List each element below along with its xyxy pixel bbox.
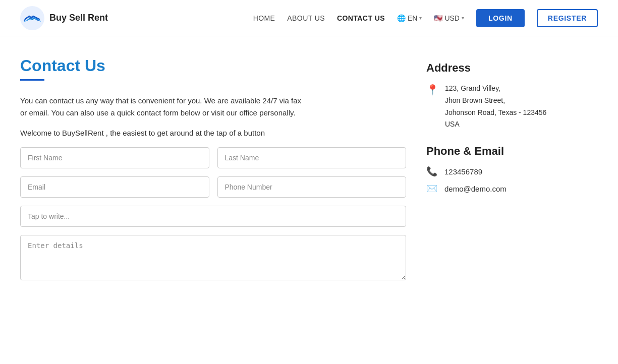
address-line4: USA	[445, 120, 460, 128]
last-name-input[interactable]	[217, 147, 407, 168]
currency-code: USD	[444, 14, 460, 22]
lang-code: EN	[408, 14, 417, 22]
lang-flag: 🌐	[397, 14, 406, 22]
address-line2: Jhon Brown Street,	[445, 96, 505, 104]
phone-icon: 📞	[426, 166, 437, 177]
contact-form	[20, 147, 406, 280]
lang-chevron: ▾	[419, 15, 422, 21]
register-button[interactable]: REGISTER	[537, 9, 598, 27]
email-phone-row	[20, 176, 406, 198]
contact-section-title: Phone & Email	[426, 145, 598, 158]
main-nav: HOME ABOUT US CONTACT US 🌐 EN ▾ 🇺🇸 USD ▾…	[253, 9, 598, 27]
login-button[interactable]: LOGIN	[476, 9, 525, 27]
email-icon: ✉️	[426, 183, 437, 194]
right-column: Address 📍 123, Grand Villey, Jhon Brown …	[426, 56, 598, 288]
email-input[interactable]	[20, 176, 209, 198]
phone-number: 123456789	[444, 167, 482, 176]
description-2: Welcome to BuySellRent , the easiest to …	[20, 127, 303, 139]
currency-flag: 🇺🇸	[434, 14, 442, 22]
nav-home[interactable]: HOME	[253, 14, 275, 22]
address-block: 📍 123, Grand Villey, Jhon Brown Street, …	[426, 83, 598, 131]
phone-row: 📞 123456789	[426, 166, 598, 177]
message-input[interactable]	[20, 206, 406, 227]
currency-selector[interactable]: 🇺🇸 USD ▾	[434, 14, 464, 22]
phone-input[interactable]	[217, 176, 407, 198]
nav-contact[interactable]: CONTACT US	[337, 14, 385, 22]
address-text: 123, Grand Villey, Jhon Brown Street, Jo…	[445, 83, 546, 131]
left-column: Contact Us You can contact us any way th…	[20, 56, 406, 288]
first-name-group	[20, 147, 209, 168]
phone-group	[217, 176, 407, 198]
language-selector[interactable]: 🌐 EN ▾	[397, 14, 422, 22]
logo-text: Buy Sell Rent	[49, 13, 108, 23]
header: Buy Sell Rent HOME ABOUT US CONTACT US 🌐…	[0, 0, 618, 36]
address-section-title: Address	[426, 62, 598, 75]
email-group	[20, 176, 209, 198]
title-underline	[20, 79, 44, 81]
nav-about[interactable]: ABOUT US	[287, 14, 325, 22]
page-title: Contact Us	[20, 56, 406, 75]
last-name-group	[217, 147, 407, 168]
logo[interactable]: Buy Sell Rent	[20, 6, 108, 30]
address-line1: 123, Grand Villey,	[445, 84, 500, 92]
email-address: demo@demo.com	[444, 185, 507, 193]
first-name-input[interactable]	[20, 147, 209, 168]
email-row: ✉️ demo@demo.com	[426, 183, 598, 194]
currency-chevron: ▾	[462, 15, 464, 21]
name-row	[20, 147, 406, 168]
location-icon: 📍	[426, 84, 439, 96]
main-content: Contact Us You can contact us any way th…	[0, 36, 618, 319]
description-1: You can contact us any way that is conve…	[20, 95, 303, 119]
details-textarea[interactable]	[20, 235, 406, 280]
address-line3: Johonson Road, Texas - 123456	[445, 108, 546, 116]
